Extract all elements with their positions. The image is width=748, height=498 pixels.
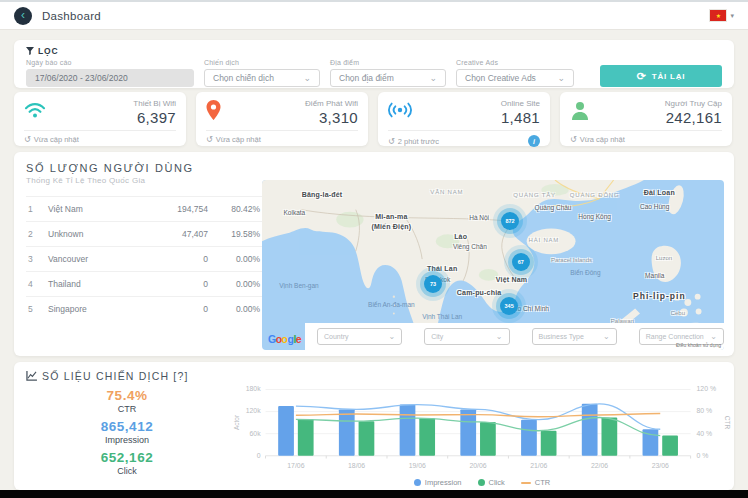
table-row: 4Thailand00.00%	[26, 271, 262, 296]
creative-ads-field: Creative Ads Chọn Creative Ads	[456, 59, 574, 87]
table-cell: Singapore	[48, 304, 146, 314]
legend-label: Impression	[425, 478, 462, 487]
location-field: Địa điểm Chọn địa điểm	[330, 59, 446, 87]
users-section-title: SỐ LƯỢNG NGƯỜI DÙNG	[26, 162, 724, 174]
left-axis-label: Actor	[233, 415, 240, 430]
campaign-section: SỐ LIỆU CHIẾN DỊCH [?] 75.4% CTR 865,412…	[14, 362, 734, 490]
stat-card-online-site: Online Site 1,481 2 phút trước	[378, 92, 550, 146]
legend-item-ctr[interactable]: CTR	[521, 478, 550, 487]
filter-funnel-icon	[26, 47, 34, 55]
history-icon	[24, 135, 31, 144]
impression-label: Impression	[29, 435, 225, 445]
right-axis-label: CTR	[724, 416, 731, 429]
stat-footer-text: Vừa cập nhật	[580, 135, 625, 144]
stat-footer-text: Vừa cập nhật	[34, 135, 79, 144]
table-row: 1Việt Nam194,75480.42%	[26, 196, 262, 221]
table-cell: 19.58%	[208, 229, 260, 239]
table-cell: 3	[28, 254, 48, 264]
stat-card-visitors: Người Truy Cập 242,161 Vừa cập nhật	[560, 92, 732, 146]
legend-swatch	[478, 479, 485, 486]
stat-value: 242,161	[665, 109, 722, 126]
chart-legend: ImpressionClickCTR	[236, 478, 728, 487]
back-button[interactable]: ‹	[14, 7, 32, 25]
campaign-section-title: SỐ LIỆU CHIẾN DỊCH [?]	[26, 370, 722, 382]
legend-swatch	[521, 482, 531, 484]
bottom-edge-strip	[0, 490, 748, 498]
ctr-label: CTR	[29, 404, 225, 414]
map-filter-select-city[interactable]: City	[424, 328, 509, 345]
stat-title: Điểm Phát Wifi	[305, 99, 358, 108]
map-filter-bar: CountryCityBusiness TypeRange Connection	[305, 323, 724, 350]
table-row: 5Singapore00.00%	[26, 296, 262, 321]
campaign-chart: Actor 00 %60k40 %120k80 %180k120 %17/061…	[236, 384, 728, 476]
table-cell: 1	[28, 204, 48, 214]
filter-title: LỌC	[26, 46, 722, 56]
wifi-cluster-marker[interactable]: 345	[500, 297, 518, 315]
page-title: Dashboard	[42, 10, 101, 22]
users-section: SỐ LƯỢNG NGƯỜI DÙNG Thống Kê Tỉ Lệ Theo …	[14, 152, 734, 356]
stat-value: 6,397	[133, 109, 176, 126]
svg-text:180k: 180k	[246, 386, 262, 393]
svg-text:18/06: 18/06	[348, 462, 366, 469]
table-cell: 2	[28, 229, 48, 239]
date-range-field: Ngày báo cáo 17/06/2020 - 23/06/2020	[26, 59, 194, 87]
table-cell: 194,754	[146, 204, 208, 214]
stat-title: Thiết Bị Wifi	[133, 99, 176, 108]
user-icon	[570, 99, 596, 121]
date-range-input[interactable]: 17/06/2020 - 23/06/2020	[26, 69, 194, 87]
svg-text:0 %: 0 %	[697, 452, 709, 459]
stat-value: 1,481	[501, 109, 540, 126]
table-cell: 0	[146, 279, 208, 289]
campaign-select[interactable]: Chọn chiến dịch	[204, 69, 320, 87]
info-icon[interactable]	[528, 135, 540, 147]
click-value: 652,162	[29, 450, 225, 465]
svg-text:19/06: 19/06	[409, 462, 427, 469]
campaign-chart-svg: 00 %60k40 %120k80 %180k120 %17/0618/0619…	[236, 384, 728, 476]
history-icon	[206, 135, 213, 144]
table-row: 3Vancouver00.00%	[26, 246, 262, 271]
google-logo: Google	[268, 333, 301, 345]
wifi-cluster-marker[interactable]: 73	[424, 275, 442, 293]
history-icon	[570, 135, 577, 144]
wifi-icon	[24, 99, 50, 121]
click-summary: 652,162 Click	[29, 450, 225, 476]
stat-title: Online Site	[501, 99, 540, 108]
map-attribution[interactable]: Điều khoản sử dụng	[676, 342, 721, 348]
table-cell: 4	[28, 279, 48, 289]
table-cell: 47,407	[146, 229, 208, 239]
table-cell: 0	[146, 304, 208, 314]
date-range-label: Ngày báo cáo	[26, 59, 194, 66]
svg-text:20/06: 20/06	[469, 462, 487, 469]
stat-card-wifi-devices: Thiết Bị Wifi 6,397 Vừa cập nhật	[14, 92, 186, 146]
svg-text:17/06: 17/06	[287, 462, 305, 469]
stat-footer-text: Vừa cập nhật	[216, 135, 261, 144]
language-switcher[interactable]: ▾	[710, 10, 734, 21]
back-chevron-icon: ‹	[21, 9, 25, 21]
stat-value: 3,310	[305, 109, 358, 126]
history-icon	[388, 137, 395, 146]
table-cell: Vancouver	[48, 254, 146, 264]
creative-ads-select[interactable]: Chọn Creative Ads	[456, 69, 574, 87]
map-filter-select-business-type[interactable]: Business Type	[532, 328, 617, 345]
campaign-summary: 75.4% CTR 865,412 Impression 652,162 Cli…	[29, 388, 225, 481]
wifi-cluster-marker[interactable]: 67	[512, 253, 530, 271]
location-select[interactable]: Chọn địa điểm	[330, 69, 446, 87]
click-label: Click	[29, 466, 225, 476]
stat-footer-text: 2 phút trước	[398, 137, 439, 146]
reload-button[interactable]: TẢI LẠI	[600, 65, 722, 87]
table-cell: 0.00%	[208, 279, 260, 289]
svg-text:60k: 60k	[250, 430, 262, 437]
legend-item-impression[interactable]: Impression	[414, 478, 462, 487]
legend-swatch	[414, 479, 421, 486]
map[interactable]: Băng-la-đétKolkataMi-an-ma(Miến Điện)VÂN…	[262, 180, 724, 350]
svg-text:23/06: 23/06	[652, 462, 670, 469]
line-chart-icon	[26, 371, 37, 381]
wifi-cluster-marker[interactable]: 872	[501, 212, 519, 230]
broadcast-icon	[388, 99, 414, 121]
filter-panel: LỌC Ngày báo cáo 17/06/2020 - 23/06/2020…	[14, 40, 734, 88]
legend-item-click[interactable]: Click	[478, 478, 505, 487]
map-filter-select-country[interactable]: Country	[317, 328, 402, 345]
svg-text:80 %: 80 %	[697, 408, 713, 415]
google-logo-letter: G	[268, 333, 276, 345]
location-label: Địa điểm	[330, 59, 446, 66]
